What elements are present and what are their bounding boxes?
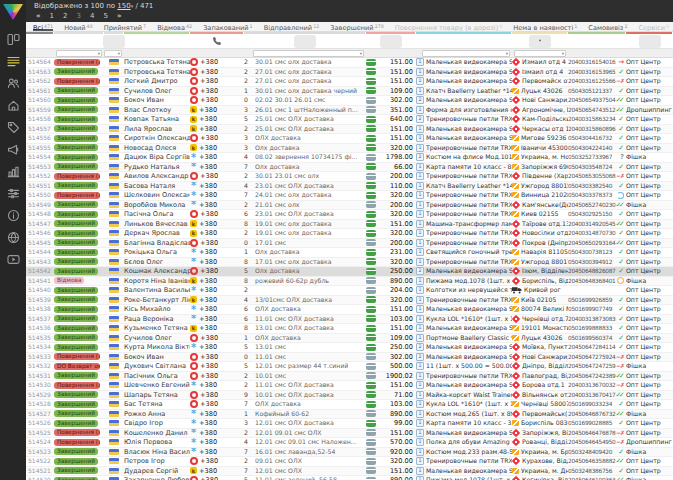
order-row[interactable]: 514563 Завершений Петровська Тетяна +380… — [26, 68, 673, 78]
column-header-comment[interactable] — [244, 35, 366, 48]
tab-8[interactable]: Нема в наявності1 — [513, 22, 577, 31]
order-row[interactable]: 514550 Повернення (з... Шелковин Олексан… — [26, 191, 673, 201]
phone-number: +380 — [199, 324, 217, 333]
client-name: Дацюк Віра Сергіївна — [124, 153, 190, 162]
tab-1[interactable]: Новий48 — [64, 22, 93, 31]
page-3[interactable]: 3 — [76, 11, 80, 22]
order-row[interactable]: 514536 Завершений Кузьменко Тетяна k+380… — [26, 324, 673, 334]
prom-icon: * — [190, 249, 197, 256]
sidebar-item-company[interactable] — [0, 94, 26, 116]
manager-name: Опт Центр — [626, 191, 673, 200]
app-logo-icon[interactable] — [3, 4, 23, 20]
tab-3[interactable]: Відмова42 — [157, 22, 192, 31]
order-row[interactable]: 514535 Завершений Сучилов Олег +380 1ОЛХ… — [26, 334, 673, 344]
column-header-manager[interactable] — [626, 35, 673, 48]
order-row[interactable]: 514562 Повернення (з... Легкий Дмитро +3… — [26, 77, 673, 87]
sidebar-item-statistics[interactable] — [0, 160, 26, 182]
page-4[interactable]: 4 — [90, 11, 94, 22]
order-row[interactable]: 514527 Завершений Рожко Анна *+380 1Кофе… — [26, 410, 673, 420]
tab-0[interactable]: Всі471 — [33, 22, 53, 31]
order-row[interactable]: 514524 Повернення (з... Юлія Первова *+3… — [26, 438, 673, 448]
pagination-first-icon[interactable]: « — [36, 11, 41, 22]
sidebar-item-video[interactable] — [0, 248, 26, 270]
column-header-id[interactable] — [26, 35, 54, 48]
order-row[interactable]: 514554 Завершений Дацюк Віра Сергіївна *… — [26, 153, 673, 163]
order-amount: 302.00 — [390, 96, 413, 105]
order-row[interactable]: 514551 Завершений Басова Наталя *+380 42… — [26, 182, 673, 192]
order-row[interactable]: 514555 Завершений Новосад Олеся k+380 3О… — [26, 144, 673, 154]
order-row[interactable]: 514520 Завершений Захарченко Любовь +380… — [26, 476, 673, 480]
sidebar-item-marketing[interactable] — [0, 138, 26, 160]
order-row[interactable]: 514552 Повернення (з... Авилов Александр… — [26, 172, 673, 182]
order-row[interactable]: 514553 Завершений Рудько Наталья *+380 7… — [26, 163, 673, 173]
order-row[interactable]: 514541 Відмова Коротя Ніна Іванівна k+38… — [26, 277, 673, 287]
column-header-delivery[interactable] — [512, 35, 568, 48]
filter-dropdown[interactable]: ▾ — [514, 50, 566, 57]
sidebar-item-info[interactable] — [0, 204, 26, 226]
tab-6[interactable]: Завершений278 — [330, 22, 384, 31]
sidebar-item-clients[interactable] — [0, 72, 26, 94]
order-row[interactable]: 514531 Завершений Пасічник Ольга +380 21… — [26, 372, 673, 382]
order-row[interactable]: 514558 Завершений Ковпак Татьяна k+380 5… — [26, 115, 673, 125]
pagination-last-icon[interactable]: » — [117, 11, 122, 22]
sidebar-item-support[interactable] — [0, 226, 26, 248]
column-header-phone[interactable] — [190, 35, 244, 48]
order-row[interactable]: 514534 Завершений Курта Микола Вікто... … — [26, 343, 673, 353]
order-row[interactable]: 514533 Повернення (з... Бокоч Иван +380 … — [26, 353, 673, 363]
order-row[interactable]: 514522 Завершений Петров Ігор +380 209.0… — [26, 457, 673, 467]
sidebar-item-orders[interactable] — [0, 50, 26, 72]
sidebar-item-dashboard[interactable] — [0, 28, 26, 50]
column-header-name[interactable] — [124, 35, 190, 48]
order-row[interactable]: 514561 Завершений Сучилов Олег +380 130.… — [26, 87, 673, 97]
tab-2[interactable]: Прийнятий7 — [104, 22, 146, 31]
order-row[interactable]: 514523 Завершений Власюк Ніна Василі... … — [26, 448, 673, 458]
filter-dropdown[interactable]: ▾ — [104, 50, 122, 57]
order-row[interactable]: 514529 Завершений Шапарь Тетяна +380 910… — [26, 391, 673, 401]
column-header-flag[interactable] — [104, 35, 124, 48]
order-row[interactable]: 514526 Завершений Свідро Ігор *+380 312.… — [26, 419, 673, 429]
order-row[interactable]: 514564 Повернення (з... Петровська Тетян… — [26, 58, 673, 68]
column-header-ttn[interactable] — [568, 35, 626, 48]
sidebar-item-settings[interactable] — [0, 182, 26, 204]
page-5[interactable]: 5 — [103, 11, 107, 22]
page-size-dropdown[interactable]: 150 — [117, 2, 130, 10]
tab-4[interactable]: Запакований1 — [203, 22, 253, 31]
order-row[interactable]: 514540 Завершений Валентина Васильє... *… — [26, 286, 673, 296]
sidebar-item-products[interactable] — [0, 116, 26, 138]
column-header-product[interactable] — [416, 35, 512, 48]
column-header-status[interactable] — [54, 35, 104, 48]
order-row[interactable]: 514543 Завершений Бєлов Олег *+380 817.0… — [26, 258, 673, 268]
order-row[interactable]: 514542 Завершений Кошмак Александр +380 … — [26, 267, 673, 277]
column-header-payment[interactable] — [366, 35, 416, 48]
order-row[interactable]: 514559 Завершений Влас Слоткоу k+380 326… — [26, 106, 673, 116]
order-row[interactable]: 514548 Завершений Пасічна Ольга +380 623… — [26, 210, 673, 220]
order-amount: 1900.02 — [386, 372, 413, 381]
tab-count: 12 — [313, 24, 319, 29]
tab-10[interactable]: Сервіси0 — [638, 22, 669, 31]
order-row[interactable]: 514521 Завершений Дударев Сергій k+380 7… — [26, 467, 673, 477]
filter-dropdown[interactable]: ▾ — [56, 50, 102, 57]
page-1[interactable]: 1 — [50, 11, 54, 22]
order-row[interactable]: 514545 Завершений Благінна Владіслава +3… — [26, 239, 673, 249]
order-row[interactable]: 514525 Повернення (з... Кошеленко Данил … — [26, 429, 673, 439]
order-row[interactable]: 514556 Завершений Сироткін Олександр +38… — [26, 134, 673, 144]
tab-9[interactable]: Самовивіз2 — [588, 22, 627, 31]
order-row[interactable]: 514560 Завершений Бокоч Иван +380 002.02… — [26, 96, 673, 106]
order-row[interactable]: 514537 Завершений Раца Вероніка *+380 61… — [26, 315, 673, 325]
filter-dropdown[interactable]: ▾ — [422, 50, 510, 57]
order-row[interactable]: 514530 Повернення (з... Шевченко Евгений… — [26, 381, 673, 391]
order-row[interactable]: 514532 DO Возврат ок... Дукович Світлана… — [26, 362, 673, 372]
order-row[interactable]: 514538 Завершений Кісь Михайло *+380 6ОЛ… — [26, 305, 673, 315]
order-row[interactable]: 514546 Завершений Деркач Ярослав k+380 2… — [26, 229, 673, 239]
tab-7[interactable]: Повернення товару (в дорозі)0 — [395, 22, 503, 31]
order-row[interactable]: 514547 Завершений Линьков Вячеслав k+380… — [26, 220, 673, 230]
tracking-number: 20450647284114 — [568, 343, 615, 352]
order-row[interactable]: 514549 Завершений Воробйов Микола *+380 … — [26, 201, 673, 211]
order-row[interactable]: 514539 Завершений Роке-Бетанкурт Лін... … — [26, 296, 673, 306]
filter-dropdown[interactable]: ▾ — [253, 50, 364, 57]
order-row[interactable]: 514557 Завершений Лила Ярослав k+380 225… — [26, 125, 673, 135]
order-row[interactable]: 514544 Завершений Рокіцька Ольга *+380 1… — [26, 248, 673, 258]
order-row[interactable]: 514528 Завершений Бас Тетяна +380 7ОЛХ д… — [26, 400, 673, 410]
tab-5[interactable]: Відправлений12 — [264, 22, 320, 31]
page-2[interactable]: 2 — [63, 11, 67, 22]
